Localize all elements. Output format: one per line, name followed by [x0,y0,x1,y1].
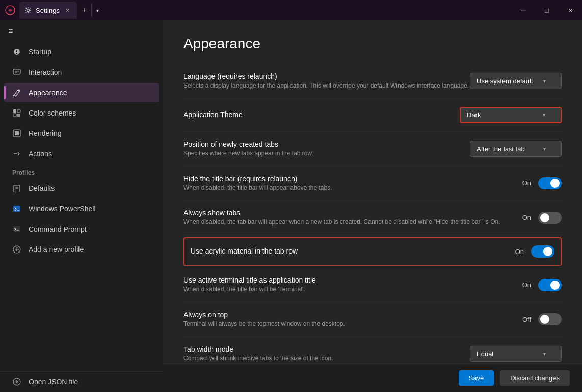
maximize-button[interactable]: □ [535,0,559,20]
settings-tab-label: Settings [36,7,60,14]
hide-titlebar-control: On [522,177,562,189]
color-schemes-icon [12,108,21,118]
setting-row-active-title: Use active terminal title as application… [183,268,562,302]
acrylic-control: On [515,245,554,258]
hide-titlebar-toggle[interactable] [538,177,562,189]
svg-rect-14 [13,226,20,232]
acrylic-toggle-label: On [515,248,524,256]
close-tab-button[interactable]: ✕ [64,6,72,14]
setting-info-hide-titlebar: Hide the title bar (requires relaunch) W… [183,175,522,192]
active-title-label: Use active terminal title as application… [183,276,522,284]
sidebar-item-powershell[interactable]: Windows PowerShell [4,199,159,218]
svg-rect-6 [13,114,16,117]
tab-dropdown-button[interactable]: ▾ [91,3,103,17]
tab-width-value: Equal [477,350,493,358]
language-control: Use system default ▾ [470,73,562,89]
sidebar-item-add-profile[interactable]: Add a new profile [4,240,159,259]
setting-row-tab-position: Position of newly created tabs Specifies… [183,132,562,166]
hide-titlebar-desc: When disabled, the title bar will appear… [183,184,522,192]
theme-dropdown-chevron: ▾ [543,112,545,118]
svg-rect-5 [17,109,20,113]
always-show-tabs-control: On [522,212,562,224]
theme-label: Application Theme [183,110,460,119]
footer: Save Discard changes [163,363,582,392]
always-show-tabs-label: Always show tabs [183,209,522,217]
settings-tab-icon [24,7,32,14]
setting-row-hide-titlebar: Hide the title bar (requires relaunch) W… [183,166,562,201]
startup-label: Startup [29,48,51,56]
tab-width-dropdown[interactable]: Equal ▾ [470,346,562,362]
always-show-tabs-toggle[interactable] [538,212,562,224]
tab-width-dropdown-chevron: ▾ [543,351,546,357]
appearance-label: Appearance [29,89,67,97]
tab-position-label: Position of newly created tabs [183,140,470,148]
command-prompt-icon [12,225,21,234]
active-title-toggle[interactable] [538,279,562,291]
new-tab-button[interactable]: + [77,3,91,17]
always-on-top-toggle[interactable] [538,313,562,325]
always-on-top-label: Always on top [183,311,522,319]
always-show-tabs-desc: When disabled, the tab bar will appear w… [183,218,522,227]
close-button[interactable]: ✕ [559,0,582,20]
setting-row-always-show-tabs: Always show tabs When disabled, the tab … [183,201,562,235]
sidebar: ≡ Startup Interaction Appearance Color s… [0,20,163,392]
setting-row-tab-width: Tab width mode Compact will shrink inact… [183,337,562,363]
sidebar-item-defaults[interactable]: Defaults [4,179,159,198]
sidebar-item-appearance[interactable]: Appearance [4,83,159,102]
profiles-section-label: Profiles [0,164,163,178]
rendering-label: Rendering [29,129,62,137]
interaction-label: Interaction [29,68,62,76]
defaults-icon [12,184,21,193]
language-dropdown[interactable]: Use system default ▾ [470,73,562,89]
setting-row-theme: Application Theme Dark ▾ [183,99,562,132]
active-title-toggle-label: On [522,281,531,289]
setting-info-always-show-tabs: Always show tabs When disabled, the tab … [183,209,522,227]
tab-width-desc: Compact will shrink inactive tabs to the… [183,354,470,363]
sidebar-bottom: Open JSON file [0,371,163,392]
setting-info-always-on-top: Always on top Terminal will always be th… [183,311,522,328]
tab-position-desc: Specifies where new tabs appear in the t… [183,149,470,158]
acrylic-toggle[interactable] [531,245,554,258]
open-json-icon [12,377,21,386]
sidebar-item-open-json[interactable]: Open JSON file [4,372,159,391]
sidebar-item-interaction[interactable]: Interaction [4,63,159,82]
setting-info-tab-position: Position of newly created tabs Specifies… [183,140,470,158]
titlebar: Settings ✕ + ▾ ─ □ ✕ [0,0,582,20]
sidebar-item-startup[interactable]: Startup [4,42,159,62]
language-desc: Selects a display language for the appli… [183,81,470,90]
app-icon [4,4,16,16]
appearance-icon [12,88,21,97]
tab-position-dropdown[interactable]: After the last tab ▾ [470,141,562,157]
sidebar-item-rendering[interactable]: Rendering [4,124,159,143]
theme-value: Dark [467,111,481,119]
minimize-button[interactable]: ─ [512,0,535,20]
svg-rect-7 [17,114,20,117]
setting-info-active-title: Use active terminal title as application… [183,276,522,294]
discard-button[interactable]: Discard changes [500,370,570,386]
setting-row-always-on-top: Always on top Terminal will always be th… [183,302,562,337]
main-area: ≡ Startup Interaction Appearance Color s… [0,20,582,392]
settings-tab[interactable]: Settings ✕ [19,2,77,19]
save-button[interactable]: Save [459,370,494,386]
setting-info-acrylic: Use acrylic material in the tab row [191,247,515,256]
add-profile-icon [12,245,21,254]
setting-info-theme: Application Theme [183,110,460,120]
always-on-top-control: Off [522,313,562,325]
sidebar-item-command-prompt[interactable]: Command Prompt [4,219,159,239]
rendering-icon [12,129,21,138]
svg-rect-2 [13,69,20,74]
svg-line-3 [13,95,14,96]
active-title-desc: When disabled, the title bar will be 'Te… [183,285,522,294]
command-prompt-label: Command Prompt [29,225,87,233]
color-schemes-label: Color schemes [29,109,76,117]
sidebar-item-actions[interactable]: Actions [4,144,159,163]
language-label: Language (requires relaunch) [183,72,470,80]
always-show-tabs-toggle-label: On [522,214,531,221]
window-controls: ─ □ ✕ [512,0,582,20]
theme-dropdown[interactable]: Dark ▾ [460,107,562,123]
tab-position-dropdown-chevron: ▾ [543,146,546,152]
sidebar-item-color-schemes[interactable]: Color schemes [4,103,159,123]
setting-info-language: Language (requires relaunch) Selects a d… [183,72,470,90]
hamburger-button[interactable]: ≡ [0,20,163,42]
language-dropdown-chevron: ▾ [543,78,546,84]
